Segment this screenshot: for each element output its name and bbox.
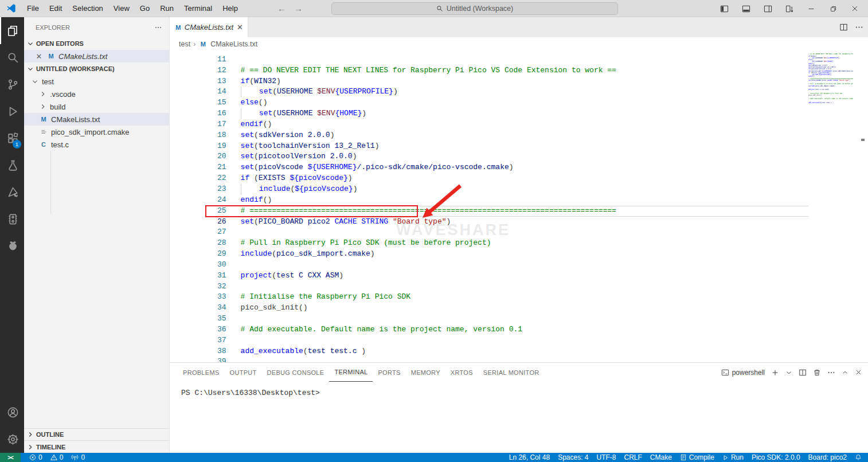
layout-customize-icon[interactable] [780,0,799,17]
panel-tab-output[interactable]: OUTPUT [225,363,262,382]
menu-edit[interactable]: Edit [44,0,67,17]
tree-item-vscode[interactable]: .vscode [24,88,169,100]
new-terminal-icon[interactable] [771,369,779,377]
command-center-search[interactable]: Untitled (Workspace) [331,2,618,15]
menu-go[interactable]: Go [135,0,155,17]
layout-sidebar-right-icon[interactable] [758,0,777,17]
activity-extensions[interactable]: 1 [0,125,24,152]
kill-terminal-icon[interactable] [813,369,821,377]
activity-pico-board[interactable] [0,206,24,233]
breadcrumb[interactable]: test › M CMakeLists.txt [170,37,868,50]
menu-selection[interactable]: Selection [67,0,108,17]
breadcrumb-file[interactable]: CMakeLists.txt [210,40,257,48]
maximize-panel-icon[interactable] [842,369,849,376]
activity-raspberry-pi[interactable] [0,233,24,260]
chevron-right-icon [39,90,47,98]
panel-tab-serial-monitor[interactable]: SERIAL MONITOR [478,363,545,382]
back-arrow-icon[interactable]: ← [277,3,286,13]
sidebar-more-actions-icon[interactable] [154,24,162,32]
terminal-instance[interactable]: powershell [721,369,765,377]
activity-testing[interactable] [0,152,24,179]
status-spaces-4[interactable]: Spaces: 4 [554,453,592,462]
code-line-32: 32 [170,271,868,281]
close-window-icon[interactable] [845,0,865,17]
close-icon[interactable]: ✕ [34,52,44,61]
tree-item-build[interactable]: build [24,100,169,113]
status-pico-sdk-2-0-0[interactable]: Pico SDK: 2.0.0 [748,453,804,462]
tree-item-test-c[interactable]: Ctest.c [24,138,169,151]
title-bar: FileEditSelectionViewGoRunTerminalHelp ←… [0,0,868,17]
status-cmake[interactable]: CMake [646,453,676,462]
activity-settings[interactable] [0,426,24,453]
status-run[interactable]: Run [718,453,748,462]
chevron-right-icon [26,443,34,451]
restore-icon[interactable] [823,0,843,17]
panel-tab-terminal[interactable]: TERMINAL [329,363,373,382]
tree-item-label: test.c [51,140,69,149]
status-crlf[interactable]: CRLF [620,453,646,462]
split-editor-icon[interactable] [839,23,848,32]
activity-search[interactable] [0,44,24,71]
vscode-logo-icon [0,3,22,13]
tab-close-icon[interactable]: ✕ [237,23,243,32]
status-compile[interactable]: Compile [676,453,718,462]
menu-file[interactable]: File [22,0,44,17]
panel-tab-problems[interactable]: PROBLEMS [178,363,225,382]
more-actions-icon[interactable] [855,23,863,32]
panel-tab-memory[interactable]: MEMORY [406,363,445,382]
outline-section[interactable]: OUTLINE [24,429,169,441]
menu-view[interactable]: View [108,0,135,17]
menu-run[interactable]: Run [155,0,179,17]
status-utf-8[interactable]: UTF-8 [593,453,620,462]
layout-sidebar-left-icon[interactable] [714,0,734,17]
menu-terminal[interactable]: Terminal [179,0,217,17]
status-ports[interactable]: 0 [67,453,89,462]
tree-item-label: build [50,103,65,111]
open-editor-cmakelists[interactable]: ✕ M CMakeLists.txt [24,50,169,62]
split-terminal-icon[interactable] [799,369,807,377]
terminal-output[interactable]: PS C:\Users\16338\Desktop\test> [170,382,868,453]
forward-arrow-icon[interactable]: → [294,3,303,13]
layout-panel-icon[interactable] [736,0,756,17]
tree-item-cmakelists-txt[interactable]: MCMakeLists.txt [24,113,169,126]
editor-tab-bar: M CMakeLists.txt ✕ [170,17,868,37]
close-panel-icon[interactable] [855,369,862,376]
breadcrumb-folder[interactable]: test [179,40,190,48]
panel-tab-xrtos[interactable]: XRTOS [445,363,478,382]
chevron-down-icon[interactable] [785,369,792,376]
timeline-section[interactable]: TIMELINE [24,441,169,453]
chevron-down-icon [26,65,34,73]
workspace-header[interactable]: UNTITLED (WORKSPACE) [24,62,169,75]
activity-source-control[interactable] [0,71,24,98]
activity-accounts[interactable] [0,399,24,426]
open-editors-header[interactable]: OPEN EDITORS [24,37,169,50]
menu-bar: FileEditSelectionViewGoRunTerminalHelp [22,0,243,17]
activity-run-debug[interactable] [0,98,24,125]
panel-tab-ports[interactable]: PORTS [373,363,405,382]
overview-ruler-cursor [861,139,865,141]
pico-board-icon [7,213,19,225]
activity-cmake-tools[interactable] [0,179,24,206]
code-editor[interactable]: WAVESHARE 11 12# == DO NEVER EDIT THE NE… [170,50,868,362]
code-line-19: 19set(toolchainVersion 13_2_Rel1) [170,130,868,141]
status-error[interactable]: 0 [25,453,46,462]
code-line-34: 34pico_sdk_init() [170,292,868,303]
compile-icon [680,454,687,461]
panel-more-actions-icon[interactable] [827,369,835,377]
code-line-22: 22if (EXISTS ${picoVscode}) [170,162,868,173]
activity-explorer[interactable] [0,17,24,44]
status-ln-26-col-48[interactable]: Ln 26, Col 48 [505,453,554,462]
status-board-pico2[interactable]: Board: pico2 [804,453,851,462]
warning-icon [50,454,57,461]
status-warning[interactable]: 0 [46,453,68,462]
status-bell[interactable] [851,453,866,462]
tree-item-test[interactable]: test [24,75,169,88]
menu-help[interactable]: Help [217,0,243,17]
tab-cmakelists[interactable]: M CMakeLists.txt ✕ [170,17,248,37]
code-line-16: 16 set(USERHOME $ENV{HOME}) [170,97,868,108]
remote-indicator[interactable]: >< [0,453,21,462]
panel-tab-debug-console[interactable]: DEBUG CONSOLE [262,363,330,382]
minimap[interactable]: # == DO NEVER EDIT THE NEXT LINES for Ra… [808,52,853,105]
tree-item-pico-sdk-import-cmake[interactable]: pico_sdk_import.cmake [24,126,169,138]
minimize-icon[interactable] [801,0,821,17]
